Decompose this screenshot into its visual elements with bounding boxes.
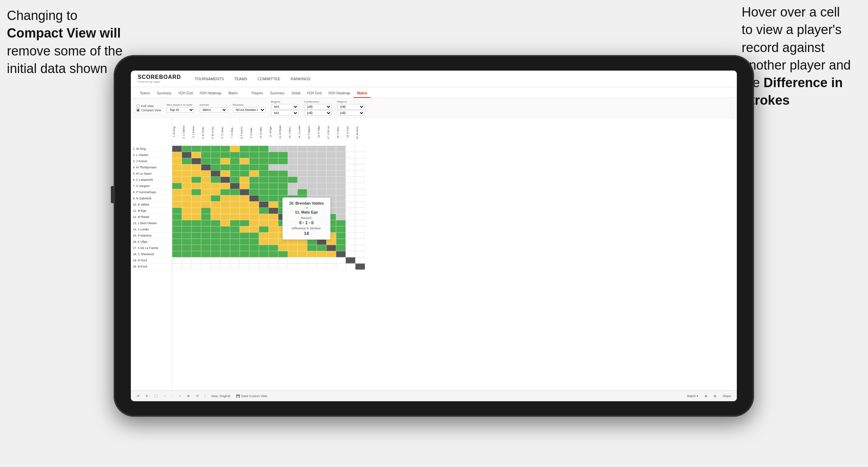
- cell-19-9[interactable]: [249, 257, 259, 263]
- cell-3-19[interactable]: [346, 158, 355, 164]
- cell-4-2[interactable]: [182, 164, 191, 170]
- cell-19-7[interactable]: [230, 257, 240, 263]
- cell-3-10[interactable]: [259, 158, 269, 164]
- cell-2-6[interactable]: [220, 152, 230, 158]
- cell-4-9[interactable]: [249, 164, 259, 170]
- cell-12-4[interactable]: [201, 214, 211, 220]
- cell-15-5[interactable]: [211, 232, 220, 239]
- cell-17-4[interactable]: [201, 245, 211, 251]
- cell-20-5[interactable]: [211, 263, 220, 270]
- cell-2-14[interactable]: [297, 152, 307, 158]
- cell-12-8[interactable]: [240, 214, 249, 220]
- cell-11-2[interactable]: [182, 208, 191, 214]
- cell-11-8[interactable]: [240, 208, 249, 214]
- cell-14-5[interactable]: [211, 226, 220, 232]
- cell-7-12[interactable]: [278, 183, 288, 189]
- cell-10-8[interactable]: [240, 201, 249, 208]
- cell-2-8[interactable]: [240, 152, 249, 158]
- cell-3-3[interactable]: [191, 158, 201, 164]
- cell-19-12[interactable]: [278, 257, 288, 263]
- tab-teams[interactable]: Teams: [136, 89, 153, 98]
- cell-12-18[interactable]: [336, 214, 346, 220]
- cell-2-12[interactable]: [278, 152, 288, 158]
- cell-12-19[interactable]: [346, 214, 355, 220]
- cell-6-19[interactable]: [346, 177, 355, 183]
- cell-20-12[interactable]: [278, 263, 288, 270]
- cell-13-3[interactable]: [191, 220, 201, 226]
- cell-13-5[interactable]: [211, 220, 220, 226]
- cell-6-18[interactable]: [336, 177, 346, 183]
- cell-20-9[interactable]: [249, 263, 259, 270]
- cell-20-6[interactable]: [220, 263, 230, 270]
- cell-3-11[interactable]: [269, 158, 278, 164]
- cell-1-15[interactable]: [307, 146, 317, 152]
- cell-16-20[interactable]: [355, 239, 365, 245]
- cell-8-1[interactable]: [172, 189, 182, 195]
- cell-10-20[interactable]: [355, 201, 365, 208]
- cell-7-11[interactable]: [269, 183, 278, 189]
- conference-select[interactable]: (All): [304, 104, 332, 110]
- cell-18-16[interactable]: [317, 251, 326, 257]
- radio-full-view[interactable]: Full View: [136, 104, 161, 108]
- cell-7-8[interactable]: [240, 183, 249, 189]
- cell-7-15[interactable]: [307, 183, 317, 189]
- cell-11-6[interactable]: [220, 208, 230, 214]
- cell-15-4[interactable]: [201, 232, 211, 239]
- cell-10-10[interactable]: [259, 201, 269, 208]
- cell-12-10[interactable]: [259, 214, 269, 220]
- cell-14-9[interactable]: [249, 226, 259, 232]
- cell-3-17[interactable]: [326, 158, 336, 164]
- cell-15-7[interactable]: [230, 232, 240, 239]
- cell-4-6[interactable]: [220, 164, 230, 170]
- cell-9-3[interactable]: [191, 195, 201, 201]
- radio-compact-view[interactable]: Compact View: [136, 108, 161, 112]
- cell-6-4[interactable]: [201, 177, 211, 183]
- cell-2-15[interactable]: [307, 152, 317, 158]
- tab-players[interactable]: Players: [248, 89, 266, 98]
- cell-13-4[interactable]: [201, 220, 211, 226]
- redo-button[interactable]: ↻: [144, 394, 150, 398]
- cell-3-8[interactable]: [240, 158, 249, 164]
- cell-4-13[interactable]: [288, 164, 297, 170]
- cell-12-9[interactable]: [249, 214, 259, 220]
- cell-8-2[interactable]: [182, 189, 191, 195]
- cell-6-11[interactable]: [269, 177, 278, 183]
- cell-20-18[interactable]: [336, 263, 346, 270]
- cell-6-6[interactable]: [220, 177, 230, 183]
- tab-detail[interactable]: Detail: [288, 89, 304, 98]
- cell-1-4[interactable]: [201, 146, 211, 152]
- cell-12-1[interactable]: [172, 214, 182, 220]
- cell-20-16[interactable]: [317, 263, 326, 270]
- cell-9-10[interactable]: [259, 195, 269, 201]
- cell-11-9[interactable]: [249, 208, 259, 214]
- cell-4-1[interactable]: [172, 164, 182, 170]
- cell-17-6[interactable]: [220, 245, 230, 251]
- cell-5-16[interactable]: [317, 170, 326, 177]
- cell-10-19[interactable]: [346, 201, 355, 208]
- cell-9-11[interactable]: [269, 195, 278, 201]
- cell-11-1[interactable]: [172, 208, 182, 214]
- cell-6-14[interactable]: [297, 177, 307, 183]
- tab-summary[interactable]: Summary: [153, 89, 175, 98]
- cell-7-13[interactable]: [288, 183, 297, 189]
- cell-17-15[interactable]: [307, 245, 317, 251]
- cell-14-2[interactable]: [182, 226, 191, 232]
- screen-button[interactable]: 🖥: [703, 394, 709, 398]
- share-button[interactable]: Share: [721, 394, 733, 398]
- cell-12-11[interactable]: [269, 214, 278, 220]
- cell-1-14[interactable]: [297, 146, 307, 152]
- cell-9-18[interactable]: [336, 195, 346, 201]
- cell-9-4[interactable]: [201, 195, 211, 201]
- cell-20-14[interactable]: [297, 263, 307, 270]
- cell-17-10[interactable]: [259, 245, 269, 251]
- cell-1-12[interactable]: [278, 146, 288, 152]
- cell-19-18[interactable]: [336, 257, 346, 263]
- cell-9-2[interactable]: [182, 195, 191, 201]
- cell-3-18[interactable]: [336, 158, 346, 164]
- cell-2-1[interactable]: [172, 152, 182, 158]
- nav-tournaments[interactable]: TOURNAMENTS: [195, 75, 224, 82]
- cell-3-16[interactable]: [317, 158, 326, 164]
- cell-16-4[interactable]: [201, 239, 211, 245]
- cell-14-7[interactable]: [230, 226, 240, 232]
- cell-8-20[interactable]: [355, 189, 365, 195]
